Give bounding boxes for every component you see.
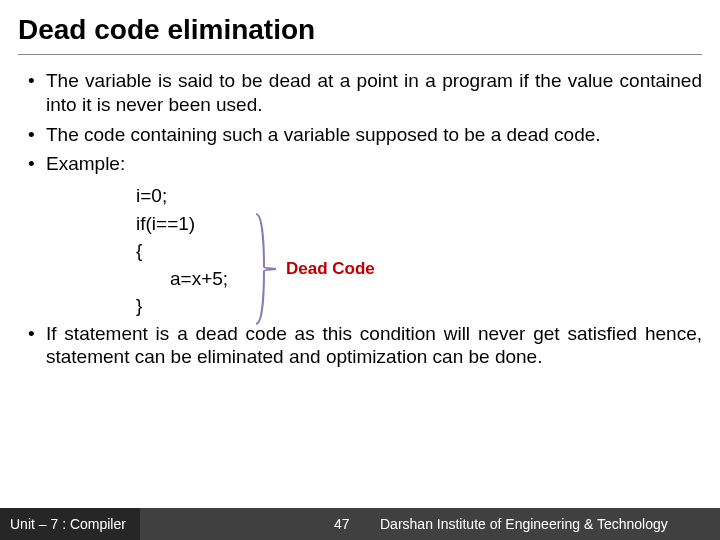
code-line: a=x+5; (136, 265, 702, 293)
footer-right: 47 Darshan Institute of Engineering & Te… (140, 508, 720, 540)
footer: Unit – 7 : Compiler 47 Darshan Institute… (0, 508, 720, 540)
code-block: i=0; if(i==1) { a=x+5; } Dead Code (18, 182, 702, 320)
bullet-item: If statement is a dead code as this cond… (46, 322, 702, 370)
bullet-list: The variable is said to be dead at a poi… (18, 69, 702, 176)
page-number: 47 (334, 516, 350, 532)
slide: Dead code elimination The variable is sa… (0, 0, 720, 540)
dead-code-label: Dead Code (286, 258, 375, 279)
bullet-item: Example: (46, 152, 702, 176)
bullet-list: If statement is a dead code as this cond… (18, 322, 702, 370)
code-line: { (136, 237, 702, 265)
institute-name: Darshan Institute of Engineering & Techn… (380, 516, 668, 532)
code-line: } (136, 292, 702, 320)
bullet-item: The code containing such a variable supp… (46, 123, 702, 147)
bracket-icon (254, 212, 278, 326)
slide-content: The variable is said to be dead at a poi… (18, 69, 702, 369)
code-line: i=0; (136, 182, 702, 210)
bullet-item: The variable is said to be dead at a poi… (46, 69, 702, 117)
code-line: if(i==1) (136, 210, 702, 238)
footer-unit: Unit – 7 : Compiler (0, 508, 140, 540)
slide-title: Dead code elimination (18, 14, 702, 55)
